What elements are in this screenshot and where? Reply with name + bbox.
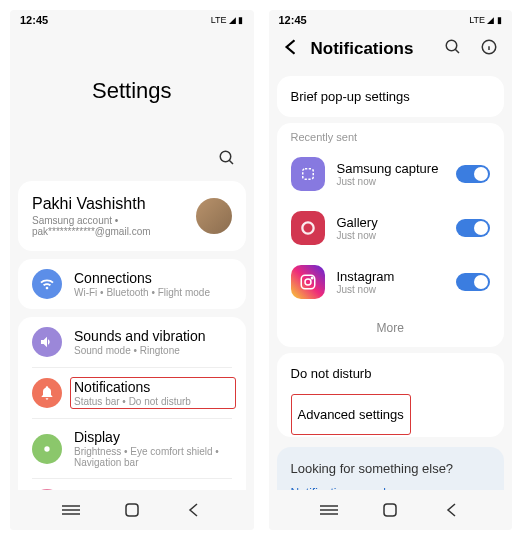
svg-line-9 [455, 49, 459, 53]
header-title: Notifications [311, 39, 431, 59]
setting-sub: Sound mode • Ringtone [74, 345, 232, 356]
brief-card[interactable]: Brief pop-up settings [277, 76, 505, 117]
setting-title: Display [74, 429, 232, 445]
avatar [196, 198, 232, 234]
setting-title: Connections [74, 270, 232, 286]
recent-card: Recently sent Samsung capture Just now G… [277, 123, 505, 347]
svg-line-1 [229, 160, 233, 164]
nav-back[interactable] [183, 500, 203, 520]
toggle-samsung-capture[interactable] [456, 165, 490, 183]
svg-point-15 [305, 279, 311, 285]
status-icons: LTE ◢ ▮ [211, 15, 244, 25]
toggle-instagram[interactable] [456, 273, 490, 291]
setting-title: Sounds and vibration [74, 328, 232, 344]
phone-settings: 12:45 LTE ◢ ▮ Settings Pakhi Vashishth S… [10, 10, 254, 530]
brief-popup: Brief pop-up settings [277, 76, 505, 117]
account-name: Pakhi Vashishth [32, 195, 196, 213]
app-time: Just now [337, 176, 445, 187]
app-instagram[interactable]: Instagram Just now [277, 255, 505, 309]
back-icon[interactable] [283, 38, 297, 60]
nav-recents[interactable] [319, 500, 339, 520]
nav-bar [269, 490, 513, 530]
sound-icon [32, 327, 62, 357]
svg-point-2 [44, 446, 49, 451]
setting-sounds[interactable]: Sounds and vibration Sound mode • Ringto… [18, 317, 246, 367]
setting-display[interactable]: Display Brightness • Eye comfort shield … [18, 419, 246, 478]
nav-recents[interactable] [61, 500, 81, 520]
account-sub: Samsung account • pak************@gmail.… [32, 215, 196, 237]
account-card[interactable]: Pakhi Vashishth Samsung account • pak***… [18, 181, 246, 251]
statusbar: 12:45 LTE ◢ ▮ [10, 10, 254, 28]
app-gallery[interactable]: Gallery Just now [277, 201, 505, 255]
more-button[interactable]: More [277, 309, 505, 347]
samsung-capture-icon [291, 157, 325, 191]
app-name: Instagram [337, 269, 445, 284]
bell-icon [32, 378, 62, 408]
svg-point-16 [311, 277, 313, 279]
phone-notifications: 12:45 LTE ◢ ▮ Notifications Brief pop-up… [269, 10, 513, 530]
instagram-icon [291, 265, 325, 299]
wifi-icon [32, 269, 62, 299]
looking-title: Looking for something else? [291, 461, 491, 476]
app-time: Just now [337, 284, 445, 295]
search-icon[interactable] [218, 149, 236, 171]
svg-rect-20 [384, 504, 396, 516]
setting-sub: Status bar • Do not disturb [74, 396, 232, 407]
info-icon[interactable] [480, 38, 498, 60]
svg-point-8 [446, 40, 457, 51]
dnd-row[interactable]: Do not disturb [277, 353, 505, 394]
status-time: 12:45 [20, 14, 48, 26]
notifications-highlighted: Notifications Status bar • Do not distur… [70, 377, 236, 409]
app-name: Gallery [337, 215, 445, 230]
app-time: Just now [337, 230, 445, 241]
search-icon[interactable] [444, 38, 462, 60]
setting-sub: Wi-Fi • Bluetooth • Flight mode [74, 287, 232, 298]
setting-title: Notifications [74, 379, 232, 395]
recently-sent-label: Recently sent [277, 123, 505, 147]
nav-home[interactable] [380, 500, 400, 520]
nav-bar [10, 490, 254, 530]
settings-list: Connections Wi-Fi • Bluetooth • Flight m… [18, 259, 246, 309]
toggle-gallery[interactable] [456, 219, 490, 237]
svg-rect-13 [302, 169, 313, 180]
app-name: Samsung capture [337, 161, 445, 176]
statusbar: 12:45 LTE ◢ ▮ [269, 10, 513, 28]
advanced-settings-highlighted[interactable]: Advanced settings [291, 394, 411, 435]
dnd-card: Do not disturb Advanced settings [277, 353, 505, 437]
sun-icon [32, 434, 62, 464]
setting-notifications[interactable]: Notifications Status bar • Do not distur… [18, 368, 246, 418]
gallery-icon [291, 211, 325, 245]
nav-back[interactable] [441, 500, 461, 520]
setting-connections[interactable]: Connections Wi-Fi • Bluetooth • Flight m… [18, 259, 246, 309]
header: Notifications [269, 28, 513, 70]
status-icons: LTE ◢ ▮ [469, 15, 502, 25]
svg-rect-7 [126, 504, 138, 516]
page-title: Settings [10, 28, 254, 149]
status-time: 12:45 [279, 14, 307, 26]
svg-point-0 [220, 151, 231, 162]
nav-home[interactable] [122, 500, 142, 520]
app-samsung-capture[interactable]: Samsung capture Just now [277, 147, 505, 201]
setting-sub: Brightness • Eye comfort shield • Naviga… [74, 446, 232, 468]
